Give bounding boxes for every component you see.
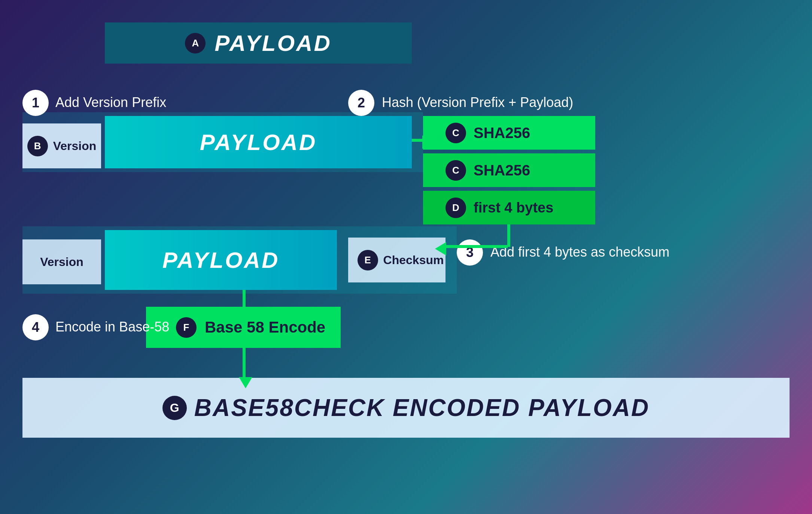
step1-badge: 1 (22, 90, 49, 116)
payload-label-row3: PAYLOAD (162, 247, 279, 273)
badge-e: E (358, 250, 378, 270)
arrow-v-to-final (243, 348, 246, 379)
sha256-label1: SHA256 (474, 125, 530, 141)
step3-label: Add first 4 bytes as checksum (490, 244, 669, 260)
version-box-row2: B Version (22, 123, 101, 168)
main-container: A PAYLOAD 1 Add Version Prefix 2 Hash (V… (0, 0, 812, 514)
badge-f: F (176, 317, 197, 338)
version-box-row3: Version (22, 239, 101, 284)
arrow-h-to-checksum (445, 245, 508, 248)
step4-label: Encode in Base-58 (55, 319, 169, 335)
version-label-row3: Version (40, 255, 83, 269)
first4-label: first 4 bytes (474, 200, 553, 216)
badge-a: A (185, 33, 206, 53)
badge-b: B (27, 136, 48, 156)
badge-d: D (445, 198, 466, 218)
badge-c1: C (445, 123, 466, 143)
version-label-row2: Version (53, 139, 97, 153)
arrowhead-to-base58 (239, 308, 252, 319)
arrowhead-to-sha (422, 135, 434, 149)
payload-label-row2: PAYLOAD (200, 129, 317, 155)
payload-row1: A PAYLOAD (105, 22, 412, 64)
base58-label: Base 58 Encode (205, 318, 325, 336)
badge-c2: C (445, 160, 466, 181)
arrow-v-to-base58 (243, 290, 246, 309)
final-label: BASE58CHECK ENCODED PAYLOAD (194, 394, 650, 422)
payload-row3: PAYLOAD (105, 230, 337, 290)
step2-label: Hash (Version Prefix + Payload) (382, 95, 573, 110)
badge-g: G (162, 396, 187, 420)
sha256-label2: SHA256 (474, 162, 530, 179)
step2-badge: 2 (348, 90, 374, 116)
arrow-line-to-sha (412, 139, 423, 142)
step4-badge: 4 (22, 314, 49, 340)
step1-label: Add Version Prefix (55, 95, 166, 110)
arrowhead-to-checksum (435, 242, 446, 256)
arrow-v-first4-down (507, 224, 510, 247)
first4-box: D first 4 bytes (423, 191, 595, 224)
sha256-box2: C SHA256 (423, 153, 595, 187)
final-output-box: G BASE58CHECK ENCODED PAYLOAD (22, 378, 790, 438)
step3-badge: 3 (457, 239, 483, 266)
payload-label-row1: PAYLOAD (215, 30, 331, 56)
sha256-box1: C SHA256 (423, 116, 595, 150)
checksum-box: E Checksum (348, 238, 445, 282)
payload-row2: PAYLOAD (105, 116, 412, 168)
arrowhead-to-final (239, 377, 252, 388)
